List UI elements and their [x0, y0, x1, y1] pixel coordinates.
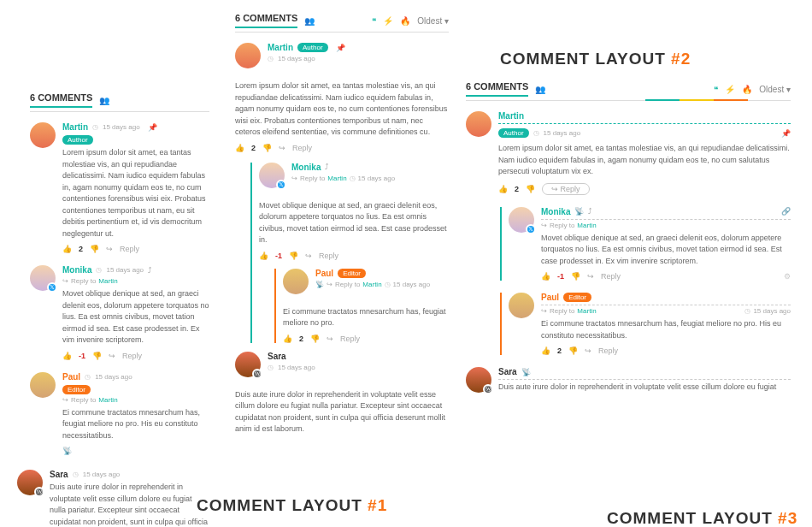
- vote-count: -1: [79, 352, 85, 360]
- layout-title-2: COMMENT LAYOUT #2: [500, 50, 691, 68]
- comments-header: 6 COMMENTS 👥 ❝ ⚡ 🔥 Oldest ▾: [466, 81, 791, 101]
- share-icon[interactable]: ⤴: [325, 163, 329, 171]
- reply-button[interactable]: Reply: [120, 245, 139, 253]
- avatar[interactable]: [30, 372, 56, 398]
- user-icon[interactable]: 👥: [304, 16, 315, 26]
- author-name[interactable]: Paul: [62, 372, 80, 382]
- thumbs-down-icon[interactable]: 👎: [262, 144, 272, 152]
- wordpress-badge-icon: ⓦ: [483, 384, 493, 394]
- avatar[interactable]: [466, 111, 491, 137]
- rss-icon[interactable]: 📡: [521, 368, 531, 376]
- comment-text: Lorem ipsum dolor sit amet, ea tantas mo…: [62, 147, 209, 240]
- comment-martin: Martin ◷ 15 days ago 📌 Author Lorem ipsu…: [30, 122, 209, 253]
- user-icon[interactable]: 👥: [99, 96, 109, 105]
- rss-icon[interactable]: 📡: [574, 207, 584, 216]
- comment-monika: 𝕏 Monika ◷ 15 days ago ⤴ ↪Reply to Marti…: [30, 265, 209, 360]
- comment-sara: ⓦ Sara ◷ 15 days ago Duis aute irure dol…: [17, 470, 209, 527]
- avatar[interactable]: 𝕏: [30, 265, 56, 291]
- gear-icon[interactable]: ⚙: [784, 272, 791, 281]
- author-badge: Author: [297, 43, 328, 52]
- avatar[interactable]: [509, 293, 534, 318]
- clock-icon: ◷: [92, 123, 98, 131]
- reply-icon: ↪: [106, 245, 113, 253]
- reply-button[interactable]: Reply: [292, 144, 312, 152]
- reply-to: ↪Reply to Martin: [62, 277, 209, 285]
- comment-text: Movet oblique denique at sed, an graeci …: [62, 288, 209, 346]
- twitter-badge-icon: 𝕏: [526, 224, 536, 234]
- clock-icon: ◷: [96, 266, 102, 274]
- comment-count: 6 COMMENTS: [466, 81, 528, 97]
- comment-martin: Martin Author 📌 ◷15 days ago: [235, 43, 449, 68]
- editor-badge: Editor: [62, 385, 91, 394]
- comment-martin: Martin Author ◷15 days ago 📌 Lorem ipsum…: [466, 111, 791, 195]
- quote-icon[interactable]: ❝: [372, 16, 376, 26]
- fire-icon[interactable]: 🔥: [400, 16, 410, 26]
- timestamp: 15 days ago: [83, 471, 121, 478]
- pin-icon: 📌: [781, 129, 791, 138]
- comment-text: Ei commune tractatos mnesarchum has, feu…: [62, 407, 209, 442]
- rss-icon[interactable]: 📡: [62, 447, 72, 455]
- link-icon[interactable]: 🔗: [781, 207, 791, 216]
- vote-count: 2: [79, 245, 83, 253]
- clock-icon: ◷: [85, 373, 91, 381]
- comment-text: Duis aute irure dolor in reprehenderit i…: [50, 482, 209, 527]
- reply-button[interactable]: Reply: [122, 352, 142, 360]
- timestamp: 15 days ago: [103, 123, 140, 131]
- actions: 👍 2 👎 ↪ Reply: [62, 245, 209, 253]
- author-name[interactable]: Monika: [62, 265, 91, 275]
- comment-count: 6 COMMENTS: [235, 13, 297, 28]
- reply-to-link[interactable]: Martin: [98, 396, 117, 404]
- comment-paul: PaulEditor ↪Reply to Martin◷15 days ago …: [509, 293, 791, 355]
- thumbs-down-icon[interactable]: 👎: [92, 352, 102, 360]
- comment-sara: ⓦ Sara ◷15 days ago: [235, 352, 449, 377]
- comment-monika: 𝕏 Monika📡⤴🔗 ↪Reply to Martin Movet obliq…: [509, 207, 791, 281]
- wordpress-badge-icon: ⓦ: [34, 487, 44, 497]
- comments-header: 6 COMMENTS 👥 ❝ ⚡ 🔥 Oldest ▾: [235, 13, 449, 33]
- share-icon[interactable]: ⤴: [148, 266, 152, 275]
- avatar[interactable]: 𝕏: [259, 163, 285, 188]
- bolt-icon[interactable]: ⚡: [383, 16, 393, 26]
- thumbs-down-icon[interactable]: 👎: [90, 245, 99, 253]
- comment-paul: PaulEditor 📡↪Reply to Martin◷15 days ago: [283, 269, 449, 294]
- avatar[interactable]: ⓦ: [235, 352, 261, 377]
- avatar[interactable]: [283, 269, 309, 294]
- twitter-badge-icon: 𝕏: [47, 282, 57, 293]
- thumbs-up-icon[interactable]: 👍: [62, 352, 72, 360]
- avatar[interactable]: ⓦ: [17, 470, 43, 495]
- fire-icon[interactable]: 🔥: [742, 85, 752, 94]
- author-badge: Author: [62, 135, 93, 145]
- avatar[interactable]: [235, 43, 261, 68]
- dashed-divider: [498, 123, 791, 124]
- timestamp: 15 days ago: [106, 266, 144, 274]
- twitter-badge-icon: 𝕏: [276, 180, 286, 190]
- comment-sara: ⓦ Sara📡 Duis aute irure dolor in reprehe…: [466, 367, 791, 399]
- share-icon[interactable]: ⤴: [588, 207, 592, 216]
- pin-icon: 📌: [148, 123, 157, 132]
- user-icon[interactable]: 👥: [535, 85, 545, 94]
- author-name[interactable]: Sara: [50, 470, 68, 479]
- sort-select[interactable]: Oldest ▾: [417, 16, 449, 26]
- sort-select[interactable]: Oldest ▾: [759, 85, 791, 94]
- author-name[interactable]: Martin: [62, 122, 88, 132]
- layout-title-1: COMMENT LAYOUT #1: [197, 496, 387, 515]
- avatar[interactable]: [30, 122, 56, 148]
- wordpress-badge-icon: ⓦ: [252, 369, 262, 379]
- thumbs-up-icon[interactable]: 👍: [235, 144, 244, 152]
- comment-text: Lorem ipsum dolor sit amet, ea tantas mo…: [235, 80, 449, 139]
- avatar[interactable]: ⓦ: [466, 367, 491, 393]
- avatar[interactable]: 𝕏: [509, 207, 534, 233]
- comment-count: 6 COMMENTS: [30, 92, 92, 108]
- bolt-icon[interactable]: ⚡: [725, 85, 735, 94]
- comment-monika: 𝕏 Monika⤴ ↪Reply to Martin◷15 days ago: [259, 163, 449, 188]
- comments-header: 6 COMMENTS 👥: [30, 92, 209, 112]
- pin-icon: 📌: [336, 44, 345, 52]
- timestamp: 15 days ago: [95, 373, 132, 381]
- comment-paul: Paul ◷ 15 days ago Editor ↪Reply to Mart…: [30, 372, 209, 459]
- clock-icon: ◷: [73, 471, 79, 478]
- reply-button[interactable]: ↪ Reply: [542, 183, 590, 195]
- reply-to-link[interactable]: Martin: [98, 277, 117, 285]
- author-name[interactable]: Martin: [268, 43, 293, 52]
- layout-title-3: COMMENT LAYOUT #3: [607, 509, 797, 527]
- quote-icon[interactable]: ❝: [714, 85, 718, 94]
- thumbs-up-icon[interactable]: 👍: [62, 245, 72, 253]
